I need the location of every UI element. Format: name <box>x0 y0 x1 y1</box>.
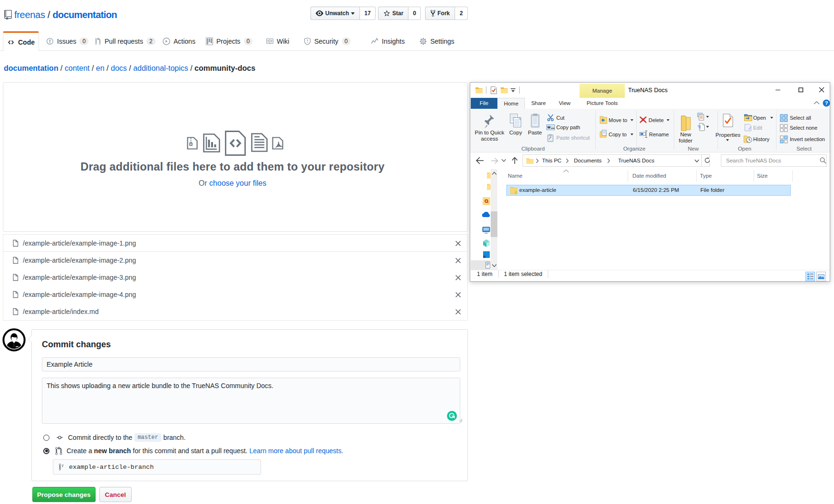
svg-text:?: ? <box>825 100 828 106</box>
